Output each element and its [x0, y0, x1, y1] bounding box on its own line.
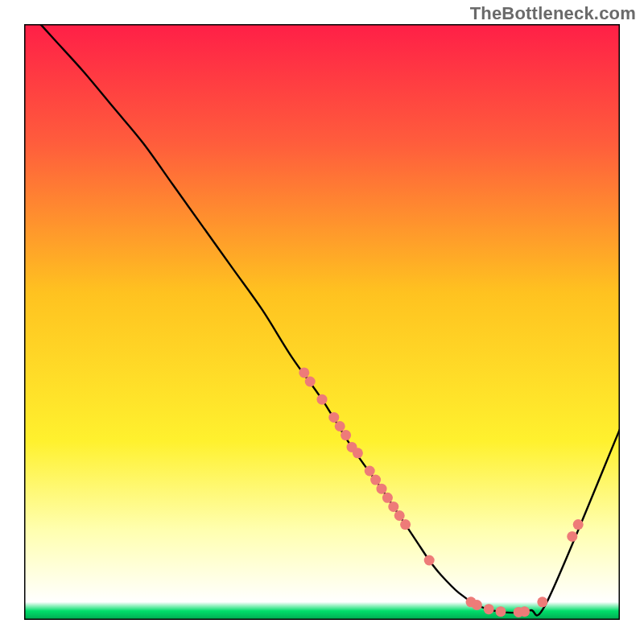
data-point	[424, 555, 435, 566]
data-point	[341, 430, 351, 440]
data-point	[537, 597, 547, 607]
data-point	[365, 466, 375, 477]
gradient-background	[24, 24, 620, 620]
data-point	[519, 606, 530, 617]
data-point	[377, 484, 387, 494]
watermark-label: TheBottleneck.com	[470, 3, 636, 24]
data-point	[496, 606, 506, 617]
data-point	[382, 493, 393, 503]
data-point	[394, 510, 405, 521]
data-point	[370, 475, 381, 485]
data-point	[472, 600, 482, 610]
data-point	[335, 421, 345, 431]
data-point	[484, 604, 494, 614]
data-point	[317, 394, 328, 405]
data-point	[299, 367, 309, 378]
bottleneck-chart	[24, 24, 620, 620]
data-point	[573, 519, 584, 530]
data-point	[567, 531, 577, 542]
data-point	[388, 502, 398, 512]
data-point	[305, 377, 316, 387]
data-point	[400, 519, 411, 530]
data-point	[328, 412, 339, 423]
chart-plot-area	[24, 24, 620, 620]
data-point	[353, 448, 363, 458]
